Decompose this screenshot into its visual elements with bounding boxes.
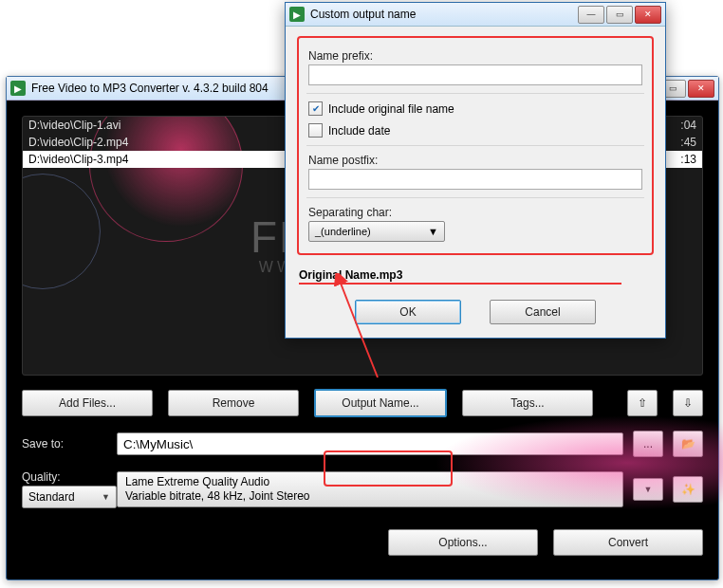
output-name-button[interactable]: Output Name... bbox=[314, 389, 447, 417]
name-prefix-label: Name prefix: bbox=[308, 49, 642, 63]
dialog-maximize-button[interactable]: ▭ bbox=[606, 6, 633, 24]
custom-output-name-dialog: ▶ Custom output name — ▭ ✕ Name prefix: … bbox=[285, 2, 666, 339]
dialog-minimize-button[interactable]: — bbox=[578, 6, 604, 24]
checkbox-icon: ✔ bbox=[308, 101, 323, 116]
move-down-button[interactable]: ⇩ bbox=[673, 390, 703, 416]
quality-wand-button[interactable]: ✨ bbox=[673, 476, 703, 503]
options-button[interactable]: Options... bbox=[388, 529, 538, 556]
move-up-button[interactable]: ⇧ bbox=[627, 390, 658, 416]
dialog-title: Custom output name bbox=[310, 8, 578, 21]
name-postfix-label: Name postfix: bbox=[308, 154, 642, 167]
convert-button[interactable]: Convert bbox=[553, 529, 703, 556]
save-to-input[interactable] bbox=[117, 432, 623, 455]
name-prefix-input[interactable] bbox=[308, 64, 642, 85]
cancel-button[interactable]: Cancel bbox=[490, 300, 596, 324]
remove-button[interactable]: Remove bbox=[168, 390, 299, 416]
output-name-preview: Original Name.mp3 bbox=[299, 268, 621, 285]
ok-button[interactable]: OK bbox=[355, 300, 461, 324]
dialog-titlebar: ▶ Custom output name — ▭ ✕ bbox=[286, 3, 665, 27]
include-date-checkbox[interactable]: Include date bbox=[308, 123, 642, 138]
save-to-label: Save to: bbox=[22, 437, 107, 450]
quality-description[interactable]: Lame Extreme Quality Audio Variable bitr… bbox=[117, 471, 623, 507]
app-icon: ▶ bbox=[10, 81, 26, 96]
quality-dropdown-button[interactable]: ▼ bbox=[633, 478, 663, 501]
name-postfix-input[interactable] bbox=[308, 169, 642, 190]
include-original-checkbox[interactable]: ✔ Include original file name bbox=[308, 101, 642, 116]
open-folder-button[interactable]: 📂 bbox=[673, 431, 703, 457]
browse-button[interactable]: ... bbox=[633, 431, 663, 457]
checkbox-icon bbox=[308, 123, 323, 138]
close-button[interactable]: ✕ bbox=[688, 80, 714, 98]
dialog-options-frame: Name prefix: ✔ Include original file nam… bbox=[297, 36, 654, 255]
app-icon: ▶ bbox=[289, 7, 305, 22]
separating-char-label: Separating char: bbox=[308, 206, 642, 219]
quality-label: Quality: bbox=[22, 470, 61, 484]
add-files-button[interactable]: Add Files... bbox=[22, 390, 153, 416]
separating-char-select[interactable]: _(underline)▼ bbox=[308, 221, 445, 242]
tags-button[interactable]: Tags... bbox=[462, 390, 593, 416]
quality-preset-select[interactable]: Standard▼ bbox=[22, 486, 117, 508]
dialog-close-button[interactable]: ✕ bbox=[635, 6, 661, 24]
